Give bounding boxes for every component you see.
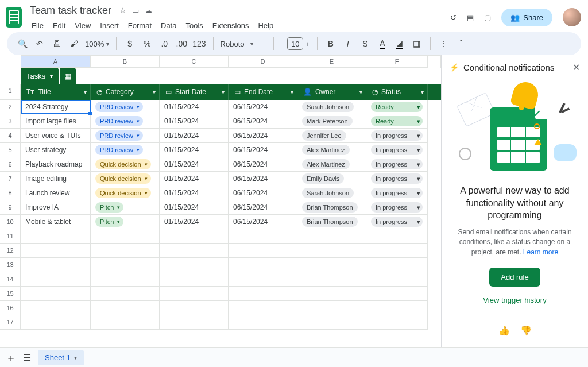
cell-end[interactable]: 06/15/2024 [229,200,297,215]
undo-button[interactable]: ↶ [33,37,46,51]
cell-owner[interactable]: Brian Thompson [297,200,366,215]
table-row[interactable]: Playback roadmapQuick decision▾01/15/202… [21,157,441,172]
empty-row[interactable] [21,244,441,258]
empty-row[interactable] [21,315,441,330]
menu-file[interactable]: File [28,19,48,32]
header-status[interactable]: ◔Status▾ [366,84,428,100]
col-header-D[interactable]: D [229,56,297,68]
table-row[interactable]: Launch reviewQuick decision▾01/15/202406… [21,186,441,200]
menu-insert[interactable]: Insert [96,19,123,32]
col-header-F[interactable]: F [366,56,428,68]
cell-start[interactable]: 01/15/2024 [160,157,229,172]
cell-start[interactable]: 01/15/2024 [160,200,229,215]
row-header[interactable]: 2 [0,100,21,114]
document-title[interactable]: Team task tracker [28,3,114,18]
history-icon[interactable]: ↺ [450,13,457,22]
cell-status[interactable]: In progress▾ [366,157,428,172]
cell-status[interactable]: In progress▾ [366,200,428,215]
cell-status[interactable]: Ready▾ [366,114,428,129]
cell-status[interactable]: In progress▾ [366,172,428,186]
cell-end[interactable]: 06/15/2024 [229,114,297,129]
font-select[interactable]: Roboto▾ [220,40,266,48]
cell-title[interactable]: 2024 Strategy [21,100,91,114]
header-end[interactable]: ▭End Date▾ [229,84,297,100]
table-tab[interactable]: Tasks ▾ [21,68,59,84]
currency-button[interactable]: $ [123,37,136,51]
cell-category[interactable]: PRD review▾ [91,129,160,143]
menu-view[interactable]: View [71,19,95,32]
chevron-down-icon[interactable]: ▾ [50,73,53,79]
cell-status[interactable]: In progress▾ [366,129,428,143]
zoom-select[interactable]: 100%▾ [85,40,109,48]
cell-owner[interactable]: Sarah Johnson [297,100,366,114]
table-row[interactable]: Import large filesPRD review▾01/15/20240… [21,114,441,129]
cell-end[interactable]: 06/15/2024 [229,143,297,157]
all-sheets-button[interactable]: ☰ [23,352,31,363]
row-header[interactable]: 8 [0,186,21,200]
cell-category[interactable]: PRD review▾ [91,114,160,129]
menu-extensions[interactable]: Extensions [208,19,253,32]
row-header[interactable]: 1 [0,84,21,100]
row-header[interactable]: 10 [0,215,21,229]
header-title[interactable]: TᴛTitle▾ [21,84,91,100]
cell-title[interactable]: User strategy [21,143,91,157]
decrease-font-icon[interactable]: − [281,40,285,48]
chevron-down-icon[interactable]: ▾ [74,354,77,361]
col-header-C[interactable]: C [160,56,229,68]
thumbs-up-icon[interactable]: 👍 [498,325,510,336]
cell-owner[interactable]: Emily Davis [297,172,366,186]
row-header[interactable]: 17 [0,315,21,330]
thumbs-down-icon[interactable]: 👎 [520,325,532,336]
cell-category[interactable]: Quick decision▾ [91,157,160,172]
print-button[interactable]: 🖶 [51,37,63,51]
col-header-E[interactable]: E [297,56,366,68]
cell-end[interactable]: 06/15/2024 [229,186,297,200]
menu-tools[interactable]: Tools [181,19,207,32]
percent-button[interactable]: % [141,37,153,51]
cell-end[interactable]: 06/15/2024 [229,100,297,114]
cell-status[interactable]: In progress▾ [366,143,428,157]
table-row[interactable]: User strategyPRD review▾01/15/202406/15/… [21,143,441,157]
menu-data[interactable]: Data [157,19,180,32]
cell-end[interactable]: 06/15/2024 [229,172,297,186]
cell-start[interactable]: 01/15/2024 [160,100,229,114]
cell-title[interactable]: Improve IA [21,200,91,215]
row-header[interactable]: 12 [0,244,21,258]
cell-start[interactable]: 01/15/2024 [160,215,229,229]
cell-start[interactable]: 01/15/2024 [160,186,229,200]
row-header[interactable]: 3 [0,114,21,129]
account-avatar[interactable] [563,8,581,26]
cloud-status-icon[interactable]: ☁ [145,6,152,15]
empty-row[interactable] [21,287,441,301]
cell-start[interactable]: 01/15/2024 [160,129,229,143]
cell-start[interactable]: 01/15/2024 [160,143,229,157]
empty-row[interactable] [21,229,441,244]
close-icon[interactable]: ✕ [572,62,580,73]
empty-row[interactable] [21,301,441,315]
font-size-input[interactable]: 10 [287,37,303,50]
more-formats-button[interactable]: 123 [192,37,206,51]
view-history-link[interactable]: View trigger history [483,296,546,304]
menu-help[interactable]: Help [254,19,277,32]
row-header[interactable]: 16 [0,301,21,315]
italic-button[interactable]: I [342,37,354,51]
row-header[interactable]: 13 [0,258,21,272]
row-header[interactable]: 5 [0,143,21,157]
cell-start[interactable]: 01/15/2024 [160,114,229,129]
bold-button[interactable]: B [324,37,337,51]
font-size-control[interactable]: − 10 + [281,37,310,50]
cell-title[interactable]: Mobile & tablet [21,215,91,229]
table-expand-icon[interactable]: ▦ [60,68,76,84]
cell-category[interactable]: Quick decision▾ [91,186,160,200]
row-header[interactable]: 7 [0,172,21,186]
star-icon[interactable]: ☆ [119,6,126,15]
cell-owner[interactable]: Alex Martinez [297,143,366,157]
header-category[interactable]: ◔Category▾ [91,84,160,100]
cell-end[interactable]: 06/15/2024 [229,129,297,143]
fill-color-button[interactable]: ◢ [393,37,406,51]
row-header[interactable]: 14 [0,272,21,287]
cell-owner[interactable]: Alex Martinez [297,157,366,172]
strike-button[interactable]: S [359,37,372,51]
row-header[interactable]: 15 [0,287,21,301]
sheet-tab[interactable]: Sheet 1 ▾ [38,350,84,365]
